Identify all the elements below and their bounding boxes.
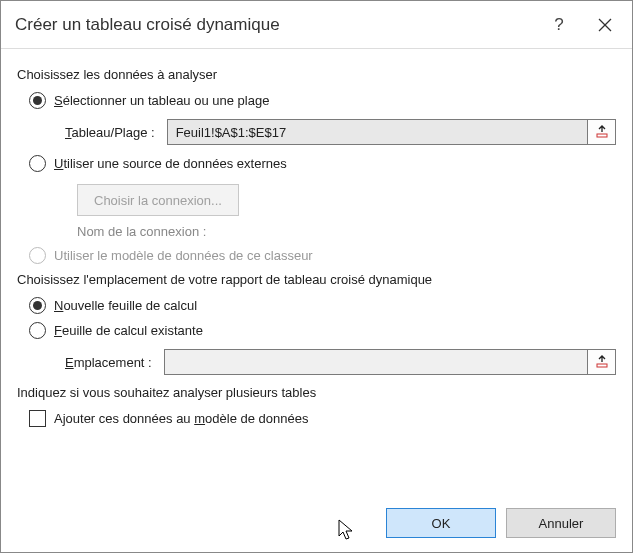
option-new-worksheet[interactable]: Nouvelle feuille de calcul: [29, 297, 616, 314]
option-external-source[interactable]: Utiliser une source de données externes: [29, 155, 616, 172]
option-label: Sélectionner un tableau ou une plage: [54, 93, 269, 108]
radio-icon: [29, 247, 46, 264]
table-range-row: Tableau/Plage : Feuil1!$A$1:$E$17: [65, 119, 616, 145]
dialog-title: Créer un tableau croisé dynamique: [15, 15, 536, 35]
option-data-model: Utiliser le modèle de données de ce clas…: [29, 247, 616, 264]
dialog-content: Choisissez les données à analyser Sélect…: [1, 49, 632, 498]
location-input[interactable]: [164, 349, 588, 375]
radio-icon: [29, 322, 46, 339]
option-label: Utiliser une source de données externes: [54, 156, 287, 171]
collapse-dialog-button[interactable]: [588, 349, 616, 375]
option-label: Ajouter ces données au modèle de données: [54, 411, 308, 426]
radio-icon: [29, 155, 46, 172]
table-range-input[interactable]: Feuil1!$A$1:$E$17: [167, 119, 588, 145]
dialog-footer: OK Annuler: [1, 498, 632, 552]
close-button[interactable]: [582, 2, 628, 48]
collapse-icon: [595, 355, 609, 369]
collapse-icon: [595, 125, 609, 139]
connection-name-label: Nom de la connexion :: [77, 224, 616, 239]
section-multiple-tables-title: Indiquez si vous souhaitez analyser plus…: [17, 385, 616, 400]
option-existing-worksheet[interactable]: Feuille de calcul existante: [29, 322, 616, 339]
option-label: Utiliser le modèle de données de ce clas…: [54, 248, 313, 263]
radio-icon: [29, 92, 46, 109]
help-button[interactable]: ?: [536, 2, 582, 48]
svg-rect-3: [597, 364, 607, 367]
section-placement-title: Choisissez l'emplacement de votre rappor…: [17, 272, 616, 287]
option-label: Feuille de calcul existante: [54, 323, 203, 338]
radio-icon: [29, 297, 46, 314]
option-label: Nouvelle feuille de calcul: [54, 298, 197, 313]
choose-connection-button: Choisir la connexion...: [77, 184, 239, 216]
cancel-button[interactable]: Annuler: [506, 508, 616, 538]
checkbox-icon: [29, 410, 46, 427]
table-range-label: Tableau/Plage :: [65, 125, 155, 140]
svg-rect-2: [597, 134, 607, 137]
cursor-icon: [337, 518, 357, 542]
location-label: Emplacement :: [65, 355, 152, 370]
pivot-dialog: Créer un tableau croisé dynamique ? Choi…: [0, 0, 633, 553]
close-icon: [598, 18, 612, 32]
section-data-source-title: Choisissez les données à analyser: [17, 67, 616, 82]
option-select-table-range[interactable]: Sélectionner un tableau ou une plage: [29, 92, 616, 109]
option-add-to-data-model[interactable]: Ajouter ces données au modèle de données: [29, 410, 616, 427]
choose-connection-row: Choisir la connexion...: [77, 184, 616, 216]
titlebar: Créer un tableau croisé dynamique ?: [1, 1, 632, 49]
location-row: Emplacement :: [65, 349, 616, 375]
collapse-dialog-button[interactable]: [588, 119, 616, 145]
ok-button[interactable]: OK: [386, 508, 496, 538]
